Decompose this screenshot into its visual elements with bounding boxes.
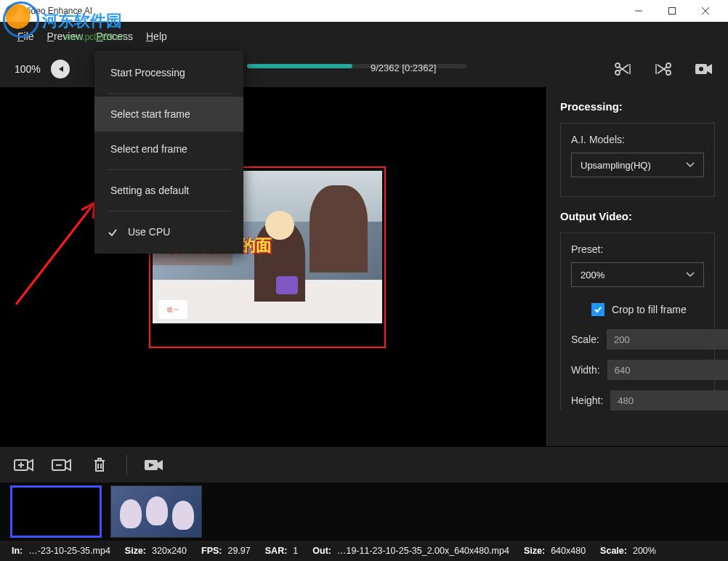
app-icon [6, 5, 17, 17]
ai-models-label: A.I. Models: [571, 134, 704, 145]
processing-title: Processing: [560, 100, 715, 113]
remove-video-button[interactable] [51, 454, 73, 476]
menu-process[interactable]: Process [96, 31, 133, 42]
menu-select-start-frame[interactable]: Select start frame [94, 97, 243, 132]
preview-area[interactable]: 与人模仿我的面 统一 [0, 87, 546, 446]
scale-label: Scale: [600, 546, 627, 556]
thumbnail-2[interactable] [110, 485, 202, 538]
ai-model-select[interactable]: Upsampling(HQ) [571, 153, 704, 177]
prev-frame-button[interactable] [51, 60, 70, 78]
size2-label: Size: [524, 546, 545, 556]
menu-use-cpu[interactable]: Use CPU [94, 214, 243, 249]
thumbnail-1[interactable] [10, 485, 102, 538]
titlebar: Video Enhance AI [0, 0, 728, 22]
width-input[interactable] [607, 360, 728, 380]
right-panel: Processing: A.I. Models: Upsampling(HQ) … [546, 87, 728, 446]
window-title: Video Enhance AI [23, 6, 622, 16]
fps-label: FPS: [201, 546, 222, 556]
menu-start-processing[interactable]: Start Processing [94, 55, 243, 90]
separator [126, 455, 127, 475]
sar-label: SAR: [265, 546, 288, 556]
minimize-button[interactable] [622, 0, 655, 22]
video-channel-logo: 统一 [158, 300, 187, 319]
status-bar: In: …-23-10-25-35.mp4 Size: 320x240 FPS:… [0, 541, 728, 561]
height-label: Height: [571, 395, 603, 406]
size1-label: Size: [125, 546, 146, 556]
out-label: Out: [312, 546, 331, 556]
preset-label: Preset: [571, 243, 704, 255]
chevron-down-icon [686, 162, 695, 168]
in-value: …-23-10-25-35.mp4 [28, 546, 110, 556]
menu-help[interactable]: Help [146, 31, 167, 42]
chevron-down-icon [686, 272, 695, 278]
export-video-button[interactable] [143, 454, 165, 476]
thumbnail-strip [0, 483, 728, 541]
add-video-button[interactable] [13, 454, 35, 476]
scale-input[interactable] [607, 329, 728, 350]
menu-preview[interactable]: Preview [47, 31, 84, 42]
menubar: File Preview Process Help [0, 22, 728, 51]
bottom-toolbar [0, 446, 728, 483]
camera-record-icon[interactable] [695, 60, 713, 78]
out-value: …19-11-23-10-25-35_2.00x_640x480.mp4 [337, 546, 509, 556]
sar-value: 1 [293, 546, 298, 556]
progress-text: 9/2362 [0:2362] [371, 62, 436, 73]
size2-value: 640x480 [551, 546, 586, 556]
close-button[interactable] [689, 0, 722, 22]
zoom-level[interactable]: 100% [15, 63, 41, 75]
menu-select-end-frame[interactable]: Select end frame [94, 132, 243, 166]
crop-checkbox[interactable] [591, 303, 604, 316]
width-label: Width: [571, 364, 600, 376]
menu-file[interactable]: File [17, 31, 34, 42]
fps-value: 29.97 [227, 546, 250, 556]
check-icon [108, 227, 118, 238]
preset-select[interactable]: 200% [571, 262, 704, 287]
height-input[interactable] [610, 390, 728, 411]
in-label: In: [12, 546, 23, 556]
svg-rect-1 [669, 8, 676, 15]
delete-button[interactable] [89, 454, 110, 476]
menu-setting-default[interactable]: Setting as default [94, 173, 243, 208]
maximize-button[interactable] [655, 0, 689, 22]
size1-value: 320x240 [152, 546, 187, 556]
scale-label: Scale: [571, 334, 599, 345]
output-video-title: Output Video: [560, 210, 715, 222]
process-dropdown: Start Processing Select start frame Sele… [94, 51, 243, 254]
cut-start-icon[interactable] [613, 60, 632, 78]
scale-value: 200% [633, 546, 656, 556]
cut-end-icon[interactable] [654, 60, 673, 78]
svg-point-15 [699, 67, 703, 71]
crop-label: Crop to fill frame [612, 304, 687, 315]
